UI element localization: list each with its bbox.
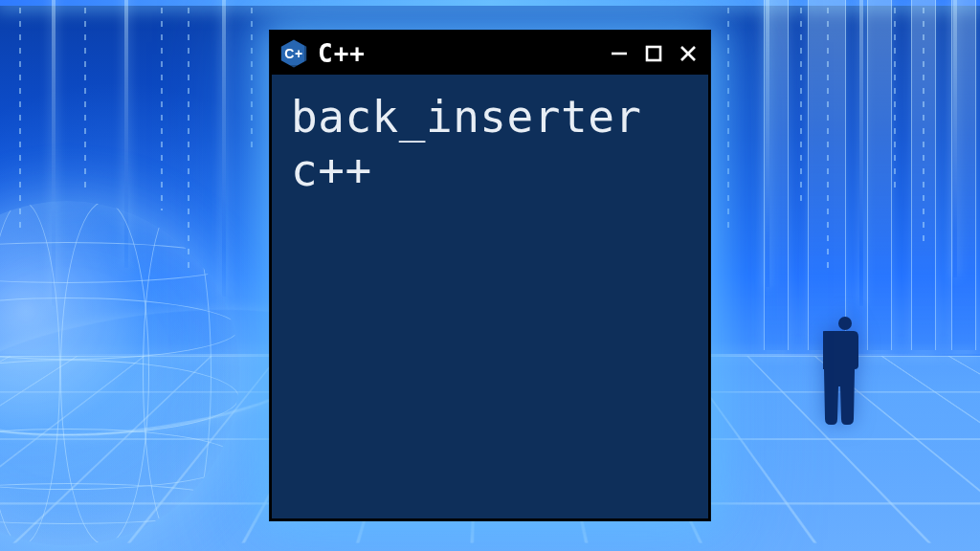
minimize-button[interactable] <box>609 43 630 64</box>
window-controls <box>609 43 699 64</box>
background-glow-panels <box>712 0 980 350</box>
cpp-logo-text: C+ <box>284 47 302 60</box>
terminal-content: back_inserter c++ <box>272 75 708 214</box>
maximize-button[interactable] <box>643 43 664 64</box>
svg-rect-2 <box>647 47 660 60</box>
content-line-1: back_inserter <box>291 90 691 143</box>
cpp-logo-icon: C+ <box>279 39 308 68</box>
terminal-window: C+ C++ back_inserter c++ <box>270 31 710 520</box>
svg-point-0 <box>838 317 852 330</box>
window-title: C++ <box>318 41 609 66</box>
content-line-2: c++ <box>291 143 691 197</box>
person-silhouette <box>823 314 867 429</box>
close-button[interactable] <box>678 43 699 64</box>
titlebar[interactable]: C+ C++ <box>272 33 708 75</box>
